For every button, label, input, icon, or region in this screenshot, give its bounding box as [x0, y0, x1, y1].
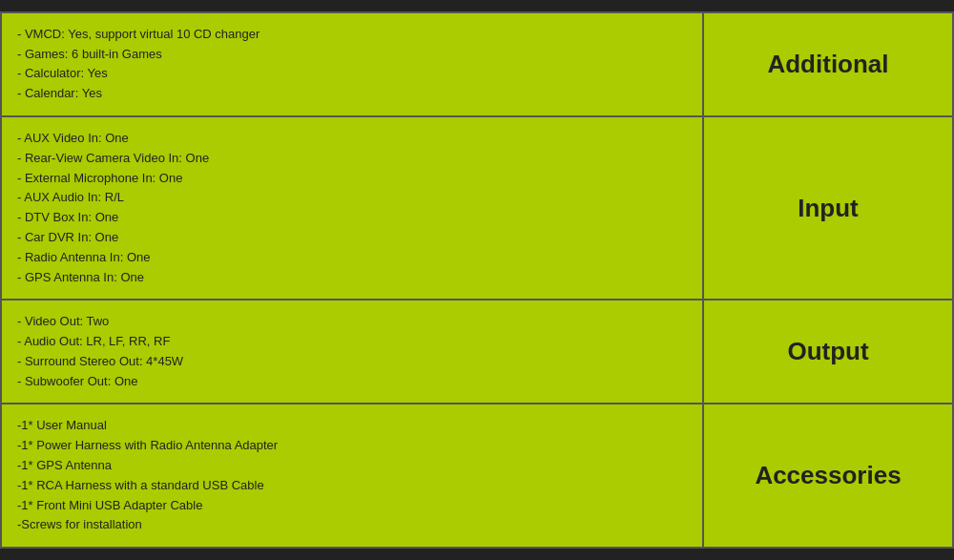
content-line: - AUX Audio In: R/L: [17, 188, 687, 208]
content-line: - Rear-View Camera Video In: One: [17, 149, 687, 169]
row-accessories: -1* User Manual-1* Power Harness with Ra…: [2, 404, 952, 547]
content-line: -1* Front Mini USB Adapter Cable: [17, 496, 687, 516]
content-line: - GPS Antenna In: One: [17, 268, 687, 288]
content-line: - Calculator: Yes: [17, 64, 687, 84]
row-additional: - VMCD: Yes, support virtual 10 CD chang…: [2, 13, 952, 117]
content-line: - VMCD: Yes, support virtual 10 CD chang…: [17, 25, 687, 45]
cell-label-accessories: Accessories: [704, 404, 952, 547]
content-line: - AUX Video In: One: [17, 129, 687, 149]
cell-content-additional: - VMCD: Yes, support virtual 10 CD chang…: [2, 13, 704, 115]
content-line: -1* Power Harness with Radio Antenna Ada…: [17, 436, 687, 456]
content-line: -1* RCA Harness with a standard USB Cabl…: [17, 476, 687, 496]
content-line: - Games: 6 built-in Games: [17, 45, 687, 65]
content-line: - Radio Antenna In: One: [17, 248, 687, 268]
content-line: - DTV Box In: One: [17, 208, 687, 228]
row-input: - AUX Video In: One- Rear-View Camera Vi…: [2, 117, 952, 301]
specs-table: - VMCD: Yes, support virtual 10 CD chang…: [0, 11, 954, 550]
content-line: - External Microphone In: One: [17, 169, 687, 189]
content-line: -1* GPS Antenna: [17, 456, 687, 476]
content-line: - Calendar: Yes: [17, 84, 687, 104]
row-output: - Video Out: Two- Audio Out: LR, LF, RR,…: [2, 301, 952, 404]
content-line: - Subwoofer Out: One: [17, 372, 687, 392]
cell-label-output: Output: [704, 301, 952, 403]
content-line: - Video Out: Two: [17, 312, 687, 332]
cell-content-output: - Video Out: Two- Audio Out: LR, LF, RR,…: [2, 301, 704, 403]
content-line: - Audio Out: LR, LF, RR, RF: [17, 332, 687, 352]
content-line: - Car DVR In: One: [17, 228, 687, 248]
cell-content-accessories: -1* User Manual-1* Power Harness with Ra…: [2, 404, 704, 547]
cell-label-input: Input: [704, 117, 952, 299]
content-line: -1* User Manual: [17, 416, 687, 436]
cell-content-input: - AUX Video In: One- Rear-View Camera Vi…: [2, 117, 704, 299]
content-line: - Surround Stereo Out: 4*45W: [17, 352, 687, 372]
cell-label-additional: Additional: [704, 13, 952, 115]
content-line: -Screws for installation: [17, 515, 687, 535]
